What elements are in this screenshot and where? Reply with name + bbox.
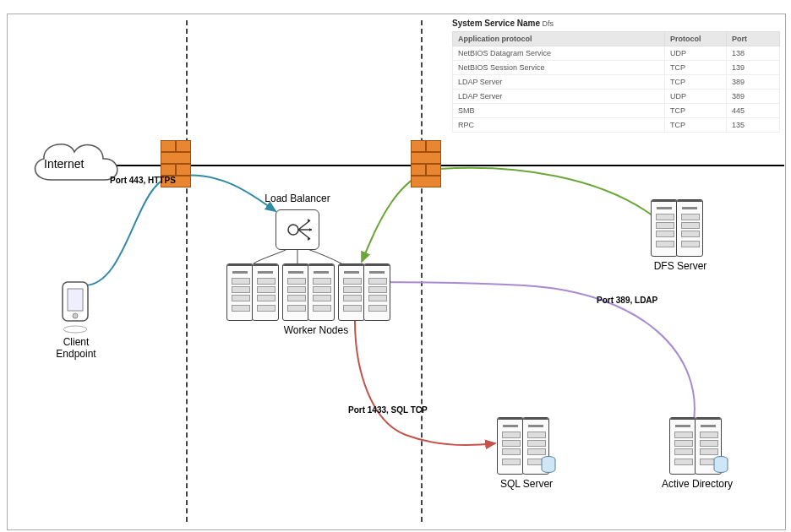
table-row: SMBTCP445 — [453, 104, 780, 118]
table-row: NetBIOS Datagram ServiceUDP138 — [453, 46, 780, 61]
svg-point-4 — [288, 225, 298, 235]
load-balancer-icon — [275, 209, 319, 250]
ports-table: System Service Name Dfs Application prot… — [452, 19, 780, 133]
table-row: NetBIOS Session ServiceTCP139 — [453, 61, 780, 75]
edge-lb-w1 — [254, 249, 287, 263]
table-row: LDAP ServerTCP389 — [453, 75, 780, 90]
svg-point-3 — [63, 326, 87, 333]
edge-worker-to-sql — [355, 321, 495, 445]
database-icon — [713, 456, 728, 475]
worker-node-1 — [226, 263, 277, 324]
ports-h3: Port — [727, 32, 780, 46]
sql-server-icon — [497, 417, 548, 478]
svg-line-5 — [298, 220, 310, 230]
worker-node-2 — [282, 263, 333, 324]
worker-node-3 — [338, 263, 389, 324]
edge-lb-w3 — [308, 249, 341, 263]
firewall-2 — [411, 140, 441, 191]
internet-cloud — [25, 133, 127, 193]
client-endpoint-icon — [61, 280, 90, 331]
svg-point-2 — [73, 313, 78, 318]
ports-title-value: Dfs — [542, 19, 554, 28]
firewall-1 — [161, 140, 191, 191]
ports-h2: Protocol — [665, 32, 727, 46]
table-row: LDAP ServerUDP389 — [453, 90, 780, 104]
table-row: RPCTCP135 — [453, 118, 780, 133]
svg-line-7 — [298, 230, 310, 239]
ports-title-prefix: System Service Name — [452, 19, 540, 28]
edge-ad-to-worker — [370, 282, 695, 426]
edge-dfs-to-worker — [362, 168, 668, 262]
ports-h1: Application protocol — [453, 32, 665, 46]
dfs-server-icon — [651, 199, 701, 260]
ad-server-icon — [669, 417, 720, 478]
database-icon — [541, 456, 556, 475]
svg-rect-1 — [68, 289, 83, 311]
